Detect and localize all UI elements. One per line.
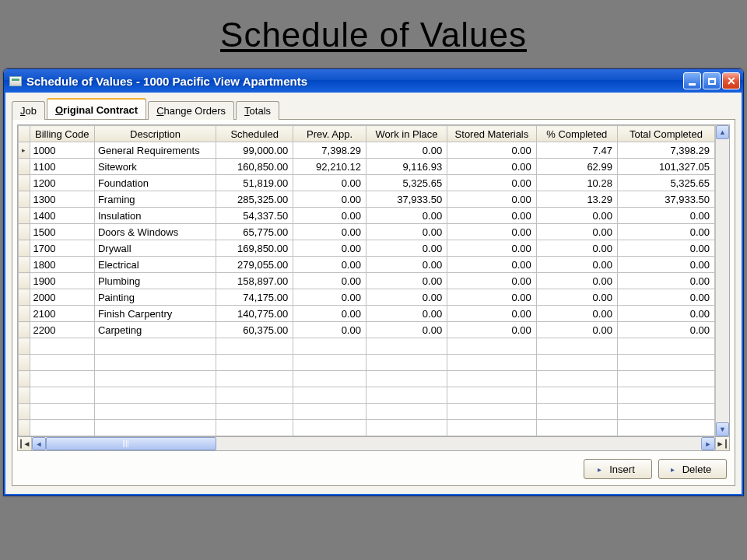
table-row[interactable] (19, 404, 715, 420)
cell-scheduled[interactable]: 169,850.00 (216, 240, 293, 257)
cell-billing-code[interactable]: 1900 (30, 273, 94, 289)
cell-prev-app[interactable]: 0.00 (293, 273, 366, 289)
cell-work-in-place[interactable]: 0.00 (366, 208, 447, 224)
cell-total-completed[interactable]: 0.00 (617, 224, 714, 240)
hscroll-track[interactable] (46, 437, 701, 450)
cell-work-in-place[interactable]: 0.00 (366, 322, 447, 338)
cell-pct-completed[interactable]: 13.29 (536, 191, 617, 208)
cell-billing-code[interactable]: 1000 (30, 142, 94, 159)
row-header[interactable] (19, 306, 30, 322)
cell-prev-app[interactable]: 0.00 (293, 306, 366, 322)
cell-description[interactable]: Finish Carpentry (94, 306, 216, 322)
tab-job[interactable]: Job (12, 101, 45, 120)
cell-pct-completed[interactable]: 0.00 (536, 257, 617, 273)
cell-description[interactable]: Plumbing (94, 273, 216, 289)
cell-prev-app[interactable]: 0.00 (293, 175, 366, 191)
cell-total-completed[interactable]: 0.00 (617, 208, 714, 224)
cell-billing-code[interactable]: 1300 (30, 191, 94, 208)
row-header[interactable] (19, 175, 30, 191)
cell-stored-materials[interactable]: 0.00 (447, 257, 537, 273)
table-row[interactable] (19, 371, 715, 387)
titlebar[interactable]: Schedule of Values - 1000 Pacific View A… (4, 69, 743, 93)
cell-description[interactable]: Drywall (94, 240, 216, 257)
cell-billing-code[interactable]: 2000 (30, 289, 94, 306)
cell-billing-code[interactable]: 1400 (30, 208, 94, 224)
scroll-left-icon[interactable]: ◄ (32, 437, 46, 450)
cell-work-in-place[interactable]: 0.00 (366, 273, 447, 289)
cell-stored-materials[interactable]: 0.00 (447, 175, 537, 191)
hscroll-thumb[interactable] (46, 437, 216, 450)
table-row[interactable]: 1300Framing285,325.000.0037,933.500.0013… (19, 191, 715, 208)
cell-billing-code[interactable]: 1700 (30, 240, 94, 257)
nav-first-icon[interactable]: ┃◄ (18, 437, 32, 450)
col-billing-code[interactable]: Billing Code (30, 126, 94, 142)
cell-description[interactable]: Framing (94, 191, 216, 208)
cell-work-in-place[interactable]: 0.00 (366, 289, 447, 306)
cell-scheduled[interactable]: 99,000.00 (216, 142, 293, 159)
cell-scheduled[interactable]: 285,325.00 (216, 191, 293, 208)
cell-scheduled[interactable]: 74,175.00 (216, 289, 293, 306)
cell-description[interactable]: Carpeting (94, 322, 216, 338)
cell-work-in-place[interactable]: 0.00 (366, 224, 447, 240)
table-row[interactable]: 1400Insulation54,337.500.000.000.000.000… (19, 208, 715, 224)
tab-totals[interactable]: Totals (236, 101, 279, 120)
cell-stored-materials[interactable]: 0.00 (447, 142, 537, 159)
schedule-table[interactable]: Billing Code Description Scheduled Prev.… (18, 125, 715, 436)
col-scheduled[interactable]: Scheduled (216, 126, 293, 142)
close-button[interactable]: ✕ (722, 72, 740, 89)
cell-scheduled[interactable]: 60,375.00 (216, 322, 293, 338)
table-row[interactable] (19, 338, 715, 355)
cell-description[interactable]: Sitework (94, 159, 216, 175)
cell-work-in-place[interactable]: 0.00 (366, 306, 447, 322)
cell-prev-app[interactable]: 0.00 (293, 224, 366, 240)
table-row[interactable]: 1100Sitework160,850.0092,210.129,116.930… (19, 159, 715, 175)
cell-total-completed[interactable]: 0.00 (617, 240, 714, 257)
row-header[interactable]: ▸ (19, 142, 30, 159)
table-row[interactable]: 1500Doors & Windows65,775.000.000.000.00… (19, 224, 715, 240)
cell-work-in-place[interactable]: 0.00 (366, 142, 447, 159)
cell-pct-completed[interactable]: 0.00 (536, 322, 617, 338)
cell-pct-completed[interactable]: 0.00 (536, 289, 617, 306)
cell-prev-app[interactable]: 0.00 (293, 191, 366, 208)
table-row[interactable] (19, 355, 715, 371)
col-pct-completed[interactable]: % Completed (536, 126, 617, 142)
cell-prev-app[interactable]: 0.00 (293, 257, 366, 273)
cell-total-completed[interactable]: 0.00 (617, 306, 714, 322)
cell-work-in-place[interactable]: 9,116.93 (366, 159, 447, 175)
delete-button[interactable]: ▸ Delete (658, 459, 727, 479)
cell-total-completed[interactable]: 101,327.05 (617, 159, 714, 175)
row-header[interactable] (19, 191, 30, 208)
cell-total-completed[interactable]: 0.00 (617, 273, 714, 289)
cell-pct-completed[interactable]: 0.00 (536, 224, 617, 240)
cell-scheduled[interactable]: 160,850.00 (216, 159, 293, 175)
row-header[interactable] (19, 257, 30, 273)
table-row[interactable]: ▸1000General Requirements99,000.007,398.… (19, 142, 715, 159)
cell-scheduled[interactable]: 65,775.00 (216, 224, 293, 240)
cell-description[interactable]: Electrical (94, 257, 216, 273)
cell-stored-materials[interactable]: 0.00 (447, 159, 537, 175)
cell-pct-completed[interactable]: 10.28 (536, 175, 617, 191)
cell-description[interactable]: Doors & Windows (94, 224, 216, 240)
cell-prev-app[interactable]: 0.00 (293, 208, 366, 224)
scroll-track[interactable] (716, 139, 729, 422)
cell-total-completed[interactable]: 7,398.29 (617, 142, 714, 159)
tab-change-orders[interactable]: Change Orders (148, 101, 234, 120)
table-row[interactable]: 1800Electrical279,055.000.000.000.000.00… (19, 257, 715, 273)
cell-billing-code[interactable]: 2100 (30, 306, 94, 322)
table-row[interactable]: 2100Finish Carpentry140,775.000.000.000.… (19, 306, 715, 322)
insert-button[interactable]: ▸ Insert (584, 459, 652, 479)
table-row[interactable]: 2000Painting74,175.000.000.000.000.000.0… (19, 289, 715, 306)
cell-stored-materials[interactable]: 0.00 (447, 191, 537, 208)
col-prev-app[interactable]: Prev. App. (293, 126, 366, 142)
col-description[interactable]: Description (94, 126, 216, 142)
row-header[interactable] (19, 273, 30, 289)
cell-scheduled[interactable]: 140,775.00 (216, 306, 293, 322)
scroll-right-icon[interactable]: ► (701, 437, 715, 450)
cell-pct-completed[interactable]: 7.47 (536, 142, 617, 159)
cell-billing-code[interactable]: 1800 (30, 257, 94, 273)
cell-total-completed[interactable]: 0.00 (617, 322, 714, 338)
table-row[interactable] (19, 387, 715, 404)
cell-stored-materials[interactable]: 0.00 (447, 273, 537, 289)
cell-work-in-place[interactable]: 0.00 (366, 240, 447, 257)
cell-billing-code[interactable]: 1200 (30, 175, 94, 191)
